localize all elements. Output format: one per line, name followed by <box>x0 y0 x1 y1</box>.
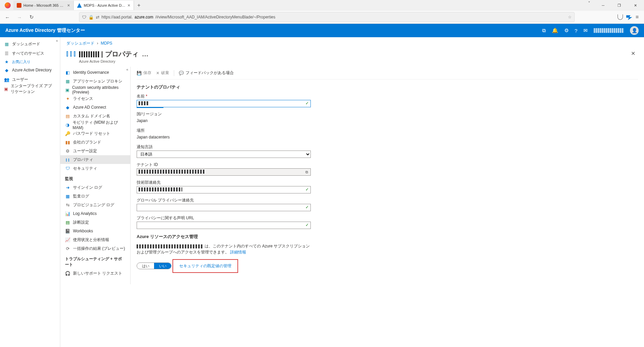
res-label: Identity Governance <box>73 70 109 75</box>
reload-button[interactable]: ↻ <box>27 12 36 22</box>
blade-title: | プロパティ … <box>79 49 625 59</box>
avatar[interactable]: 👤 <box>630 26 639 35</box>
separator <box>174 70 174 76</box>
res-item-new-support[interactable]: 🎧新しいサポート リクエスト <box>60 269 130 278</box>
res-label: プロパティ <box>73 157 93 163</box>
minimize-button[interactable]: ─ <box>596 1 611 10</box>
res-item-identity-governance[interactable]: ◧Identity Governance <box>60 68 130 77</box>
close-button[interactable]: ✕ <box>628 1 643 10</box>
nav-enterprise-apps[interactable]: ▣ エンタープライズ アプリケーション <box>0 84 60 94</box>
res-item-custom-domains[interactable]: ▤カスタム ドメイン名 <box>60 112 130 120</box>
field-label: 場所 <box>137 128 311 133</box>
close-icon[interactable]: × <box>67 3 70 8</box>
address-row: ← → ↻ 🛡 🔒 ⇄ https://aad.portal.azure.com… <box>0 11 644 23</box>
res-item-licenses[interactable]: ✦ライセンス <box>60 94 130 103</box>
field-location: 場所 Japan datacenters <box>137 128 311 140</box>
res-item-workbooks[interactable]: 📓Workbooks <box>60 227 130 235</box>
breadcrumb-current[interactable]: MDPS <box>101 41 113 46</box>
hamburger-icon[interactable]: ≡ <box>636 14 639 20</box>
close-blade-button[interactable]: ✕ <box>628 49 638 58</box>
res-item-usage[interactable]: 📈使用状況と分析情報 <box>60 235 130 244</box>
discard-button[interactable]: ✕破棄 <box>156 70 169 76</box>
more-info-link[interactable]: 詳細情報 <box>230 250 246 254</box>
res-label: サインイン ログ <box>73 185 102 190</box>
collapse-menu-icon[interactable]: « <box>126 67 128 71</box>
res-item-user-settings[interactable]: ⚙ユーザー設定 <box>60 147 130 155</box>
res-item-app-proxy[interactable]: ▦アプリケーション プロキシ <box>60 77 130 85</box>
res-item-ad-connect[interactable]: ◆Azure AD Connect <box>60 103 130 112</box>
res-item-security[interactable]: 🛡セキュリティ <box>60 164 130 173</box>
notifications-icon[interactable]: 🔔 <box>552 27 558 34</box>
nav-label: お気に入り <box>12 59 30 64</box>
analytics-icon: 📊 <box>65 211 70 216</box>
permissions-icon: ⇄ <box>96 15 99 20</box>
address-bar[interactable]: 🛡 🔒 ⇄ https://aad.portal.azure.com/#view… <box>79 12 575 22</box>
res-item-mobility[interactable]: ◑モビリティ (MDM および MAM) <box>60 120 130 129</box>
user-settings-icon: ⚙ <box>65 149 70 154</box>
pocket-icon[interactable] <box>618 14 623 20</box>
redacted-value <box>139 101 149 105</box>
power-automate-icon[interactable] <box>626 14 632 20</box>
shield-icon: 🛡 <box>82 15 86 20</box>
access-description: は、このテナント内のすべての Azure サブスクリプションおよび管理グループへ… <box>137 243 311 255</box>
nav-label: ダッシュボード <box>12 41 40 47</box>
nav-label: Azure Active Directory <box>12 68 52 72</box>
check-icon: ✓ <box>305 187 309 192</box>
toggle-yes[interactable]: はい <box>137 263 154 269</box>
res-item-provisioning-logs[interactable]: ⇆プロビジョニング ログ <box>60 200 130 209</box>
new-tab-button[interactable]: + <box>134 2 144 8</box>
res-item-properties[interactable]: ⫿⫿プロパティ <box>60 155 130 164</box>
copy-button[interactable]: ⧉ <box>303 168 311 176</box>
security-defaults-link[interactable]: セキュリティの既定値の管理 <box>179 264 231 268</box>
nav-aad[interactable]: ◆ Azure Active Directory <box>0 65 60 75</box>
res-item-branding[interactable]: ▮▮会社のブランド <box>60 138 130 147</box>
field-label: 通知言語 <box>137 144 311 150</box>
nav-dashboard[interactable]: ▦ ダッシュボード <box>0 39 60 49</box>
res-item-signin-logs[interactable]: ➜サインイン ログ <box>60 183 130 192</box>
name-input[interactable] <box>137 100 311 107</box>
breadcrumb-root[interactable]: ダッシュボード <box>66 41 94 46</box>
res-item-audit-logs[interactable]: ▦監査ログ <box>60 192 130 200</box>
nav-users[interactable]: 👥 ユーザー <box>0 75 60 84</box>
section-title: Azure リソースのアクセス管理 <box>137 234 311 240</box>
language-select[interactable]: 日本語 <box>137 151 311 158</box>
user-name <box>594 28 624 33</box>
bookmark-icon[interactable]: ☆ <box>568 15 572 19</box>
save-button[interactable]: 💾保存 <box>137 70 151 76</box>
back-button[interactable]: ← <box>3 12 12 22</box>
feedback-icon[interactable]: ✉ <box>583 27 588 34</box>
nav-all-services[interactable]: ☰ すべてのサービス <box>0 49 60 58</box>
toggle-no[interactable]: いいえ <box>154 263 171 269</box>
res-item-diagnostic[interactable]: ▤診断設定 <box>60 218 130 227</box>
access-toggle[interactable]: はい いいえ <box>137 263 171 269</box>
close-icon[interactable]: × <box>128 3 130 8</box>
forward-button[interactable]: → <box>15 12 24 22</box>
signin-icon: ➜ <box>65 185 70 190</box>
privacy-url-input[interactable] <box>137 222 311 229</box>
collapse-nav-icon[interactable]: « <box>56 39 58 43</box>
lock-icon: 🔒 <box>88 15 94 20</box>
blade-subtitle: Azure Active Directory <box>79 59 625 63</box>
more-icon[interactable]: … <box>141 49 150 59</box>
res-item-log-analytics[interactable]: 📊Log Analytics <box>60 209 130 218</box>
url-path: /#view/Microsoft_AAD_IAM/ActiveDirectory… <box>155 15 275 19</box>
blade-header: ⫿⫿⫿ | プロパティ … Azure Active Directory ✕ <box>60 48 644 67</box>
privacy-contact-input[interactable] <box>137 204 311 211</box>
cloud-shell-icon[interactable]: ⧉ <box>542 27 546 34</box>
feedback-button[interactable]: 💬フィードバックがある場合 <box>179 70 234 76</box>
nav-label: エンタープライズ アプリケーション <box>11 83 56 95</box>
browser-tab-active[interactable]: MDPS - Azure Active Directory × <box>74 1 134 10</box>
settings-icon[interactable]: ⚙ <box>564 27 569 34</box>
res-item-custom-security[interactable]: ▣Custom security attributes (Preview) <box>60 85 130 94</box>
res-item-bulk-ops[interactable]: ⟳一括操作の結果 (プレビュー) <box>60 244 130 253</box>
url-prefix: https://aad.portal. <box>101 15 133 19</box>
browser-tab[interactable]: Home - Microsoft 365 管理セン × <box>13 1 74 10</box>
chevron-right-icon: › <box>97 41 98 46</box>
save-icon: 💾 <box>137 71 142 75</box>
maximize-button[interactable]: ❐ <box>612 1 627 10</box>
field-name: 名前 * ✓ <box>137 94 311 107</box>
res-item-password-reset[interactable]: 🔑パスワード リセット <box>60 129 130 138</box>
chevron-down-icon[interactable]: ˅ <box>584 1 594 10</box>
help-icon[interactable]: ? <box>575 28 577 34</box>
section-title: テナントのプロパティ <box>137 84 638 90</box>
